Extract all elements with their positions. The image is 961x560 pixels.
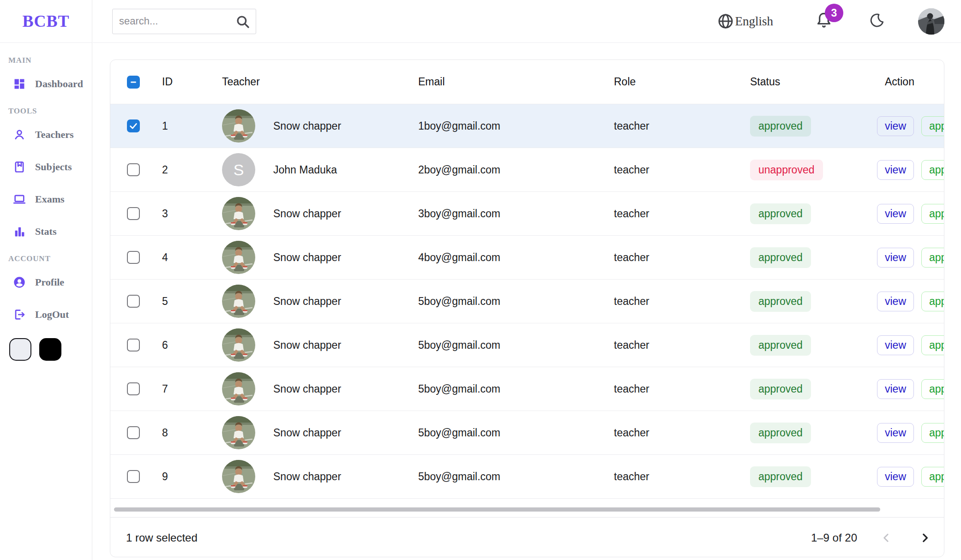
chevron-right-icon	[919, 532, 931, 544]
row-checkbox[interactable]	[127, 119, 140, 132]
select-all-checkbox[interactable]	[127, 76, 140, 89]
column-header-role[interactable]: Role	[592, 76, 728, 88]
app-root: BCBT MAIN Dashboard TOOLS Teachers	[0, 0, 961, 560]
row-checkbox[interactable]	[127, 163, 140, 176]
language-selector[interactable]: English	[717, 13, 773, 30]
table-row[interactable]: 7 Snow chapper 5boy@gmail.com teacher ap…	[110, 367, 944, 411]
sidebar-item-teachers[interactable]: Teachers	[0, 119, 92, 151]
horizontal-scrollbar-track	[110, 499, 944, 517]
notifications-button[interactable]: 3	[815, 10, 833, 32]
theme-dark-button[interactable]	[39, 338, 61, 361]
teacher-email: 4boy@gmail.com	[398, 251, 592, 264]
teacher-email: 5boy@gmail.com	[398, 471, 592, 483]
chevron-left-icon	[880, 532, 892, 544]
approve-button[interactable]: approve	[921, 379, 944, 399]
sidebar-item-subjects[interactable]: Subjects	[0, 151, 92, 183]
sidebar-item-stats[interactable]: Stats	[0, 215, 92, 248]
table-row[interactable]: 6 Snow chapper 5boy@gmail.com teacher ap…	[110, 323, 944, 367]
table-row[interactable]: 5 Snow chapper 5boy@gmail.com teacher ap…	[110, 280, 944, 323]
column-header-email[interactable]: Email	[398, 76, 592, 88]
view-button[interactable]: view	[877, 423, 914, 443]
dark-mode-toggle[interactable]	[869, 12, 885, 30]
row-checkbox[interactable]	[127, 382, 140, 395]
column-header-id[interactable]: ID	[144, 76, 200, 88]
view-button[interactable]: view	[877, 116, 914, 136]
selection-count: 1 row selected	[126, 531, 198, 544]
row-checkbox[interactable]	[127, 339, 140, 351]
logo-box: BCBT	[0, 0, 92, 43]
table-row[interactable]: 9 Snow chapper 5boy@gmail.com teacher ap…	[110, 455, 944, 499]
table-row[interactable]: 2 S John Maduka 2boy@gmail.com teacher u…	[110, 148, 944, 192]
view-button[interactable]: view	[877, 379, 914, 399]
teachers-table-card: ID Teacher Email Role Status Action 1	[110, 60, 944, 557]
status-badge: approved	[750, 335, 811, 356]
column-header-status[interactable]: Status	[728, 76, 867, 88]
table-row[interactable]: 3 Snow chapper 3boy@gmail.com teacher ap…	[110, 192, 944, 236]
approve-button[interactable]: approve	[921, 423, 944, 443]
view-button[interactable]: view	[877, 160, 914, 180]
status-badge: approved	[750, 423, 811, 443]
sidebar-item-profile[interactable]: Profile	[0, 266, 92, 298]
teacher-avatar	[222, 460, 255, 493]
approve-button[interactable]: approve	[921, 204, 944, 224]
teacher-role: teacher	[592, 164, 728, 176]
row-id: 2	[144, 164, 200, 176]
status-badge: unapproved	[750, 160, 823, 180]
view-button[interactable]: view	[877, 467, 914, 487]
view-button[interactable]: view	[877, 204, 914, 224]
horizontal-scrollbar-thumb[interactable]	[114, 507, 880, 512]
row-id: 8	[144, 427, 200, 439]
teacher-avatar	[222, 416, 255, 449]
row-checkbox[interactable]	[127, 426, 140, 439]
search-icon[interactable]	[235, 14, 251, 30]
status-badge: approved	[750, 203, 811, 224]
row-checkbox[interactable]	[127, 470, 140, 483]
table-row[interactable]: 1 Snow chapper 1boy@gmail.com teacher ap…	[110, 104, 944, 148]
teacher-email: 5boy@gmail.com	[398, 383, 592, 395]
prev-page-button[interactable]	[880, 532, 892, 544]
user-avatar[interactable]	[918, 8, 944, 35]
approve-button[interactable]: approve	[921, 116, 944, 136]
teacher-photo	[222, 416, 255, 449]
next-page-button[interactable]	[919, 532, 931, 544]
sidebar-item-label: LogOut	[35, 309, 69, 321]
teacher-photo	[222, 328, 255, 362]
view-button[interactable]: view	[877, 335, 914, 355]
teacher-name: Snow chapper	[273, 471, 341, 483]
book-icon	[13, 161, 26, 173]
approve-button[interactable]: approve	[921, 335, 944, 355]
sidebar-item-dashboard[interactable]: Dashboard	[0, 68, 92, 100]
table-row[interactable]: 8 Snow chapper 5boy@gmail.com teacher ap…	[110, 411, 944, 455]
view-button[interactable]: view	[877, 248, 914, 268]
table-body: 1 Snow chapper 1boy@gmail.com teacher ap…	[110, 104, 944, 499]
approve-button[interactable]: approve	[921, 160, 944, 180]
teacher-role: teacher	[592, 295, 728, 308]
teacher-avatar	[222, 285, 255, 318]
teacher-photo	[222, 460, 255, 493]
logout-icon	[13, 308, 26, 321]
teacher-avatar	[222, 328, 255, 362]
row-id: 7	[144, 383, 200, 395]
sidebar-item-label: Dashboard	[35, 78, 83, 90]
row-checkbox[interactable]	[127, 251, 140, 264]
teacher-avatar-letter: S	[222, 153, 255, 186]
teacher-name: Snow chapper	[273, 251, 341, 264]
row-checkbox[interactable]	[127, 295, 140, 308]
sidebar-item-logout[interactable]: LogOut	[0, 298, 92, 331]
table-row[interactable]: 4 Snow chapper 4boy@gmail.com teacher ap…	[110, 236, 944, 280]
topbar: English 3	[93, 0, 961, 43]
pagination: 1–9 of 20	[811, 531, 944, 544]
status-badge: approved	[750, 466, 811, 487]
approve-button[interactable]: approve	[921, 248, 944, 268]
approve-button[interactable]: approve	[921, 467, 944, 487]
theme-light-button[interactable]	[9, 338, 31, 361]
row-checkbox[interactable]	[127, 207, 140, 220]
teacher-email: 1boy@gmail.com	[398, 120, 592, 132]
approve-button[interactable]: approve	[921, 292, 944, 311]
sidebar-item-exams[interactable]: Exams	[0, 183, 92, 215]
view-button[interactable]: view	[877, 292, 914, 311]
teacher-avatar	[222, 372, 255, 405]
column-header-action[interactable]: Action	[867, 76, 944, 88]
user-photo	[918, 8, 944, 35]
column-header-teacher[interactable]: Teacher	[200, 76, 398, 88]
